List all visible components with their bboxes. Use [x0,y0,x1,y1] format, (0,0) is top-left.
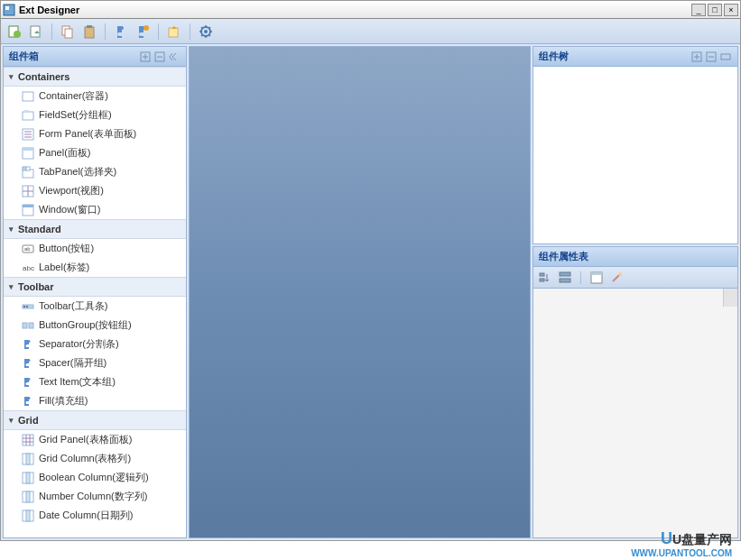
puzzle-icon [22,376,34,389]
component-item[interactable]: Container(容器) [4,87,186,106]
svg-rect-6 [65,29,72,38]
collapse-panel-icon[interactable] [168,50,181,63]
toolbar-component2-icon[interactable] [133,22,153,41]
toolbar-settings-icon[interactable] [196,22,216,41]
component-item[interactable]: Text Item(文本组) [4,372,186,391]
component-item-label: Fill(填充组) [39,394,88,408]
prop-sort-icon[interactable] [537,270,553,286]
component-item[interactable]: Boolean Column(逻辑列) [4,468,186,487]
svg-rect-59 [560,279,570,282]
buttongroup-icon [22,319,34,332]
component-item-label: Container(容器) [39,89,108,103]
toolbar-paste-icon[interactable] [79,22,99,41]
component-item-label: Grid Column(表格列) [39,452,131,465]
app-icon [3,4,15,16]
component-item[interactable]: Panel(面板) [4,143,186,162]
svg-rect-56 [540,273,544,276]
component-item[interactable]: Number Column(数字列) [4,487,186,506]
component-item[interactable]: Grid Column(表格列) [4,449,186,468]
component-item[interactable]: abButton(按钮) [4,239,186,258]
component-item[interactable]: Viewport(视图) [4,181,186,200]
component-item-label: FieldSet(分组框) [39,108,112,122]
component-item-label: Number Column(数字列) [39,490,147,503]
group-label: Containers [18,71,69,82]
svg-point-62 [618,272,622,276]
svg-rect-23 [23,148,33,151]
property-grid-header: 组件属性表 [533,247,737,267]
container-icon [22,90,34,103]
fieldset-icon [22,109,34,122]
svg-rect-46 [26,454,30,464]
component-item[interactable]: Grid Panel(表格面板) [4,430,186,449]
toolbar-open-icon[interactable] [26,22,46,41]
label-icon: abc [22,262,34,274]
svg-rect-57 [540,279,544,281]
component-item[interactable]: TabPanel(选择夹) [4,162,186,181]
column-icon [22,453,34,465]
button-icon: ab [22,243,34,255]
group-header-toolbar[interactable]: Toolbar [4,277,186,297]
component-item-label: Form Panel(表单面板) [39,127,136,141]
expand-tool-icon[interactable] [139,50,152,63]
svg-rect-52 [26,510,30,521]
svg-rect-1 [5,6,9,10]
prop-wand-icon[interactable] [608,270,625,286]
svg-text:abc: abc [23,264,34,272]
toolbar-copy-icon[interactable] [58,22,78,41]
component-item[interactable]: Window(窗口) [4,200,186,219]
collapse-tool-icon[interactable] [153,50,166,63]
property-grid-body[interactable] [533,289,737,537]
svg-point-3 [14,31,21,38]
component-item[interactable]: Separator(分割条) [4,335,186,353]
component-item[interactable]: Spacer(隔开组) [4,353,186,372]
component-item[interactable]: Form Panel(表单面板) [4,124,186,143]
property-grid-title: 组件属性表 [539,250,588,263]
svg-rect-38 [23,323,27,328]
component-item[interactable]: Date Column(日期列) [4,506,186,525]
svg-rect-50 [26,491,30,502]
design-canvas[interactable] [189,46,531,538]
group-header-grid[interactable]: Grid [4,410,186,430]
toolbar-export-icon[interactable] [164,22,184,41]
svg-rect-31 [23,205,33,207]
window-icon [22,204,34,216]
svg-rect-61 [591,272,602,275]
component-item[interactable]: abcLabel(标签) [4,258,186,277]
prop-group-icon[interactable] [557,270,573,286]
toolbar-component-icon[interactable] [111,22,131,41]
component-box-header: 组件箱 [4,47,186,67]
svg-rect-4 [31,26,40,37]
toolbar-new-icon[interactable] [5,22,24,41]
close-button[interactable]: × [724,4,738,16]
maximize-button[interactable]: □ [708,4,722,16]
tree-tool3-icon[interactable] [719,50,732,63]
component-item[interactable]: ButtonGroup(按钮组) [4,316,186,335]
svg-rect-58 [560,272,570,276]
component-item[interactable]: Fill(填充组) [4,391,186,410]
component-tree-body[interactable] [533,67,737,243]
group-header-containers[interactable]: Containers [4,67,186,87]
tree-tool2-icon[interactable] [705,50,718,63]
component-item-label: Date Column(日期列) [39,509,134,522]
scrollbar[interactable] [723,289,737,307]
window-title: Ext Designer [19,5,79,15]
component-item-label: Boolean Column(逻辑列) [39,471,149,484]
tree-tool1-icon[interactable] [690,50,703,63]
svg-rect-36 [23,306,25,308]
svg-rect-15 [23,92,33,101]
component-item-label: Grid Panel(表格面板) [39,433,132,446]
component-box-title: 组件箱 [9,50,39,63]
minimize-button[interactable]: _ [691,4,706,16]
property-toolbar [533,267,737,289]
component-item[interactable]: FieldSet(分组框) [4,106,186,124]
group-header-standard[interactable]: Standard [4,219,186,239]
svg-rect-48 [26,473,30,483]
svg-rect-39 [29,323,33,328]
prop-panel-icon[interactable] [588,270,605,286]
component-item[interactable]: Toolbar(工具条) [4,297,186,316]
group-label: Grid [18,415,39,426]
component-item-label: ButtonGroup(按钮组) [39,318,132,332]
svg-rect-26 [26,167,30,170]
svg-rect-37 [26,306,28,308]
svg-text:ab: ab [24,246,31,252]
